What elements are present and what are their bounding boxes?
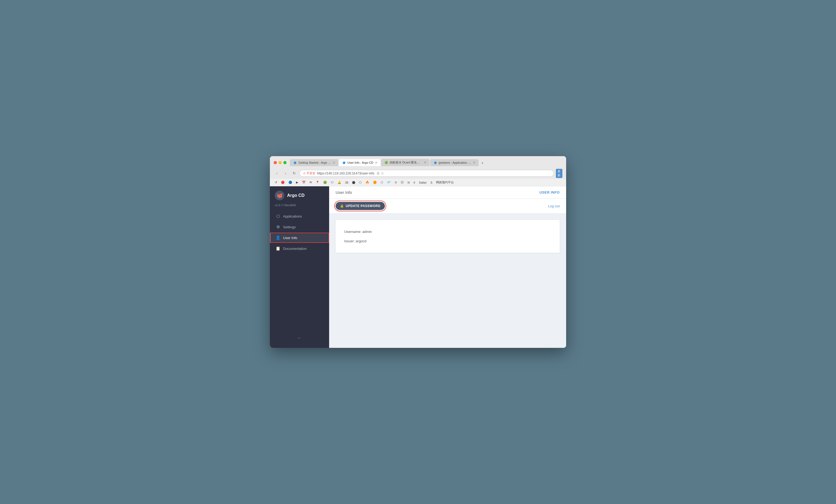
bookmark-orange[interactable]: 🟠: [372, 180, 378, 185]
bookmark-calendar[interactable]: 📅: [301, 180, 307, 185]
back-button[interactable]: ‹: [274, 170, 280, 177]
bookmark-fire[interactable]: 🔥: [364, 180, 370, 185]
main-content: User Info USER INFO 🔒 UPDATE PASSWORD Lo…: [329, 186, 566, 348]
sidebar-item-label: User Info: [283, 236, 297, 240]
bookmark-c[interactable]: Ⓒ: [400, 180, 405, 185]
sidebar-item-label: Documentation: [283, 247, 306, 251]
tab-label: jpetstore - Application Details: [439, 161, 471, 164]
url-text: https://140.119.163.226:31473/user-info: [317, 172, 374, 175]
bookmark-tag[interactable]: #: [412, 180, 416, 185]
tab-close-icon[interactable]: ✕: [332, 161, 335, 164]
bookmarks-toolbar: ↺ 🔴 🔵 ▶ 📅 ✉ 📍 🟢 🛡 🔔 38 ⬤ ⬡ 🔥 🟠 ⬡ 💎 ⊙ Ⓒ N…: [270, 179, 566, 186]
bookmark-gem[interactable]: 💎: [386, 180, 392, 185]
sidebar-item-settings[interactable]: ⚙ Settings: [270, 222, 329, 232]
title-bar: 🔷 Getting Started - Argo CD - D... ✕ 🔷 U…: [270, 156, 566, 168]
bookmark-maps[interactable]: 📍: [315, 180, 321, 185]
applications-icon: ⬡: [276, 214, 280, 219]
header-right-label: USER INFO: [539, 190, 560, 194]
window-controls: [274, 161, 287, 164]
logout-button[interactable]: Log out: [548, 204, 560, 208]
documentation-icon: 📋: [276, 246, 280, 251]
sidebar-item-applications[interactable]: ⬡ Applications: [270, 211, 329, 221]
content-toolbar: 🔒 UPDATE PASSWORD Log out: [329, 199, 566, 213]
settings-icon: ⚙: [276, 225, 280, 229]
tab-label: User Info - Argo CD: [347, 161, 373, 164]
lock-icon: 🔒: [340, 204, 344, 208]
sidebar-nav: ⬡ Applications ⚙ Settings 👤 User Info 📋 …: [270, 211, 329, 332]
tab-jpetstore[interactable]: 🔷 jpetstore - Application Details ✕: [430, 159, 479, 166]
app-logo-icon: 🐙: [275, 191, 284, 200]
bookmark-youtube[interactable]: ▶: [295, 180, 299, 185]
url-bar[interactable]: ⚠ 不安全 https://140.119.163.226:31473/user…: [300, 170, 554, 177]
content-body: Username: admin Issuer: argocd: [329, 213, 566, 348]
tab-close-icon[interactable]: ✕: [375, 161, 377, 164]
bookmark-circle1[interactable]: ⬤: [351, 180, 356, 185]
sidebar-item-user-info[interactable]: 👤 User Info: [270, 233, 329, 243]
app-layout: 🐙 Argo CD v2.6.7+5bcd846 ⬡ Applications …: [270, 186, 566, 348]
share-icon[interactable]: ⎙: [377, 171, 379, 175]
bookmark-notion[interactable]: N: [406, 180, 411, 185]
sidebar-item-label: Applications: [283, 214, 302, 218]
version-label: v2.6.7+5bcd846: [270, 203, 329, 211]
tab-user-info[interactable]: 🔷 User Info - Argo CD ✕: [339, 159, 381, 166]
user-info-icon: 👤: [276, 235, 280, 240]
tab-label: Getting Started - Argo CD - D...: [299, 161, 331, 164]
bookmark-net[interactable]: 网路预约平台: [435, 180, 455, 185]
tab-favicon: 🔷: [433, 161, 437, 164]
back-nav-button[interactable]: ←: [270, 332, 329, 344]
tab-close-icon[interactable]: ✕: [473, 161, 475, 164]
tab-favicon: 🟢: [384, 161, 388, 164]
tabs-bar: 🔷 Getting Started - Argo CD - D... ✕ 🔷 U…: [290, 159, 562, 166]
browser-window: 🔷 Getting Started - Argo CD - D... ✕ 🔷 U…: [270, 156, 566, 348]
user-info-card: Username: admin Issuer: argocd: [336, 220, 560, 253]
url-actions: ⎙ ☆: [377, 171, 384, 175]
tab-close-icon[interactable]: ✕: [424, 161, 426, 164]
username-row: Username: admin: [344, 228, 551, 236]
bookmark-gmail[interactable]: ✉: [308, 180, 313, 185]
tab-favicon: 🔷: [293, 161, 297, 164]
security-indicator: ⚠ 不安全: [303, 171, 316, 175]
bookmark-hex[interactable]: ⬡: [379, 180, 384, 185]
tab-label: 純軟薪水 Dcard 匿名表單（回覆...: [390, 160, 422, 164]
new-tab-button[interactable]: +: [479, 160, 486, 166]
reload-button[interactable]: ↻: [291, 170, 297, 177]
bookmark-netflix[interactable]: 🔴: [280, 180, 286, 185]
bookmark-green[interactable]: 🟢: [322, 180, 328, 185]
sidebar-item-documentation[interactable]: 📋 Documentation: [270, 244, 329, 254]
sidebar-item-label: Settings: [283, 225, 296, 229]
bookmark-refresh[interactable]: ↺: [274, 180, 278, 185]
bookmark-circle2[interactable]: ⊙: [394, 180, 398, 185]
bookmark-s2[interactable]: S: [429, 180, 433, 185]
bookmark-safari[interactable]: Safari: [418, 180, 428, 185]
bookmark-bell[interactable]: 🔔: [336, 180, 342, 185]
page-title: User Info: [336, 190, 352, 195]
forward-button[interactable]: ›: [282, 170, 289, 177]
maximize-window-btn[interactable]: [283, 161, 287, 164]
issuer-row: Issuer: argocd: [344, 237, 551, 245]
sidebar-logo: 🐙 Argo CD: [270, 191, 329, 203]
tab-getting-started[interactable]: 🔷 Getting Started - Argo CD - D... ✕: [290, 159, 338, 166]
update-button[interactable]: 更新: [556, 170, 562, 177]
bookmark-github[interactable]: ⬡: [358, 180, 363, 185]
minimize-window-btn[interactable]: [279, 161, 282, 164]
bookmark-facebook[interactable]: 🔵: [287, 180, 293, 185]
bookmark-shield[interactable]: 🛡: [330, 180, 335, 185]
address-bar: ‹ › ↻ ⚠ 不安全 https://140.119.163.226:3147…: [270, 168, 566, 179]
bookmark-num[interactable]: 38: [344, 180, 349, 185]
title-bar-top: 🔷 Getting Started - Argo CD - D... ✕ 🔷 U…: [274, 159, 562, 166]
content-header: User Info USER INFO: [329, 186, 566, 199]
sidebar: 🐙 Argo CD v2.6.7+5bcd846 ⬡ Applications …: [270, 186, 329, 348]
tab-favicon: 🔷: [342, 161, 346, 164]
bookmark-icon[interactable]: ☆: [381, 171, 384, 175]
update-password-button[interactable]: 🔒 UPDATE PASSWORD: [336, 202, 385, 210]
app-name: Argo CD: [287, 193, 305, 198]
close-window-btn[interactable]: [274, 161, 277, 164]
tab-dcard[interactable]: 🟢 純軟薪水 Dcard 匿名表單（回覆... ✕: [381, 159, 430, 166]
